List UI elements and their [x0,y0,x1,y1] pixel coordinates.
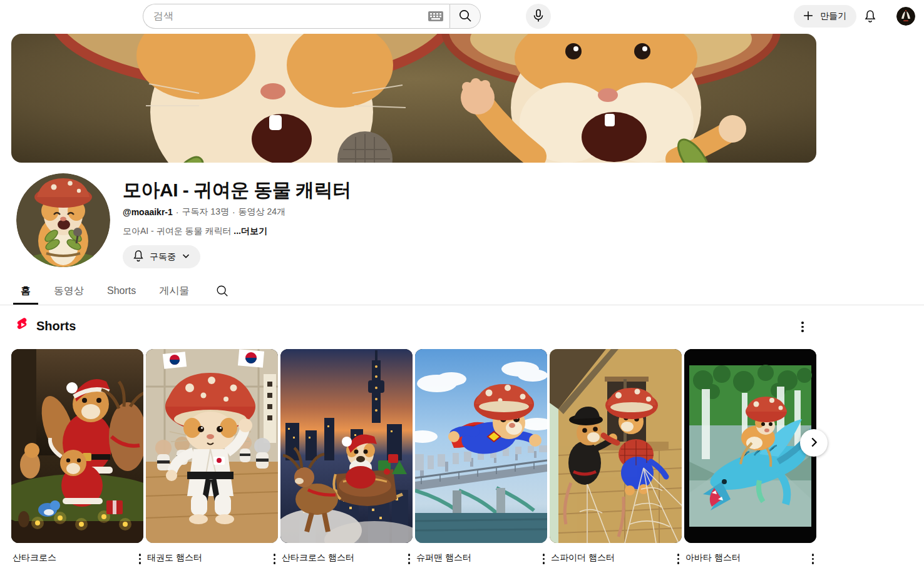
short-card-6: 아바타 햄스터 [684,349,816,567]
carousel-next-button[interactable] [800,429,828,457]
chevron-down-icon [180,250,192,263]
video-count: 동영상 24개 [239,206,285,218]
channel-avatar-image [16,173,110,267]
more-link[interactable]: ...더보기 [234,226,267,236]
short-thumbnail-4[interactable] [415,349,547,543]
short-menu-button-1[interactable] [136,551,144,567]
banner-image [11,34,816,163]
notifications-button[interactable] [863,9,878,24]
channel-banner [11,34,816,163]
description-text: 모아AI - 귀여운 동물 캐릭터 [123,226,234,236]
thumbnail-image-avatar-hamster [684,349,816,543]
tab-videos[interactable]: 동영상 [54,277,84,305]
microphone-icon [531,8,546,25]
shorts-section-menu-button[interactable] [799,319,806,335]
meta-separator: · [232,207,235,217]
short-menu-button-6[interactable] [809,551,817,567]
thumbnail-image-superman-hamster [415,349,547,543]
short-thumbnail-5[interactable] [550,349,682,543]
thumbnail-image-spider-hamster [550,349,682,543]
short-title-1[interactable]: 산타크로스 [13,551,56,564]
short-title-2[interactable]: 태권도 햄스터 [147,551,202,564]
chevron-right-icon [807,435,821,451]
short-menu-button-5[interactable] [675,551,682,567]
short-thumbnail-3[interactable] [280,349,413,543]
thumbnail-image-santa-squirrels [11,349,143,543]
search-button[interactable] [449,4,481,29]
channel-description[interactable]: 모아AI - 귀여운 동물 캐릭터 ...더보기 [123,226,267,237]
shorts-section-title: Shorts [36,319,76,333]
short-card-1: 산타크로스 [11,349,143,567]
short-title-6[interactable]: 아바타 햄스터 [685,551,741,564]
shorts-section-header: Shorts [15,317,76,335]
shorts-logo-icon [15,317,30,335]
user-avatar-image [896,7,915,26]
subscribed-label: 구독중 [150,251,176,263]
bell-icon [131,249,145,265]
tab-search-icon[interactable] [215,284,229,298]
tab-home[interactable]: 홈 [21,277,31,305]
short-title-4[interactable]: 슈퍼맨 햄스터 [416,551,471,564]
tab-posts[interactable]: 게시물 [159,277,189,305]
search-bar [143,4,481,29]
tab-shorts[interactable]: Shorts [107,277,136,305]
channel-title: 모아AI - 귀여운 동물 캐릭터 [123,178,351,203]
short-menu-button-2[interactable] [271,551,279,567]
short-thumbnail-6[interactable] [684,349,816,543]
create-button-label: 만들기 [820,11,846,22]
channel-avatar[interactable] [16,173,110,267]
create-button[interactable]: 만들기 [794,5,856,28]
bell-icon [863,16,878,26]
short-card-5: 스파이더 햄스터 [550,349,682,567]
short-card-4: 슈퍼맨 햄스터 [415,349,547,567]
user-avatar[interactable] [896,7,915,26]
shorts-grid: 산타크로스 [11,349,816,567]
meta-separator: · [176,207,179,217]
short-title-3[interactable]: 산타크로스 햄스터 [282,551,354,564]
channel-tabs-bar: 홈 동영상 Shorts 게시물 [0,277,924,305]
search-input[interactable] [143,4,449,29]
short-card-2: 태권도 햄스터 [146,349,278,567]
keyboard-icon[interactable] [428,10,444,23]
thumbnail-image-santa-sleigh [280,349,413,543]
channel-meta: @moaaikr-1 · 구독자 13명 · 동영상 24개 [123,206,285,218]
short-thumbnail-2[interactable] [146,349,278,543]
subscribed-button[interactable]: 구독중 [123,245,200,268]
subscriber-count: 구독자 13명 [182,206,228,218]
thumbnail-image-taekwondo-hamster [146,349,278,543]
short-thumbnail-1[interactable] [11,349,143,543]
short-card-3: 산타크로스 햄스터 [280,349,413,567]
search-icon [458,8,473,25]
short-menu-button-4[interactable] [540,551,548,567]
plus-icon [801,9,815,24]
short-menu-button-3[interactable] [406,551,413,567]
youtube-channel-page: 만들기 [0,0,924,568]
short-title-5[interactable]: 스파이더 햄스터 [551,551,615,564]
voice-search-button[interactable] [526,4,551,29]
channel-handle: @moaaikr-1 [123,207,173,217]
